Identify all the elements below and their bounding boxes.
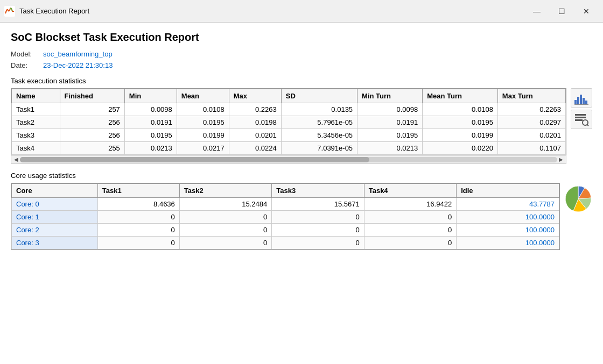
- table-cell: Task2: [12, 116, 60, 129]
- table-row: Core: 30000100.0000: [12, 237, 559, 249]
- task-table-scrollbar[interactable]: ◀ ▶: [11, 155, 566, 164]
- table-cell: 43.7787: [457, 198, 559, 211]
- table-cell: 0.2263: [229, 103, 281, 116]
- table-row: Core: 10000100.0000: [12, 211, 559, 224]
- table-cell: 0: [272, 237, 364, 249]
- table-cell: 100.0000: [457, 224, 559, 237]
- table-row: Core: 20000100.0000: [12, 224, 559, 237]
- table-row: Core: 08.463615.248415.567116.942243.778…: [12, 198, 559, 211]
- table-cell: 0.0297: [497, 116, 565, 129]
- table-cell: 0.0213: [357, 142, 423, 155]
- col-finished: Finished: [60, 89, 124, 103]
- table-row: Task12570.00980.01080.22630.01350.00980.…: [12, 103, 566, 116]
- svg-rect-5: [585, 101, 587, 104]
- minimize-button[interactable]: —: [524, 3, 549, 19]
- table-row: Task22560.01910.01950.01985.7961e-050.01…: [12, 116, 566, 129]
- col-task4: Task4: [364, 184, 456, 198]
- task-table-container: Name Finished Min Mean Max SD Min Turn M…: [11, 88, 566, 164]
- table-cell: 0: [179, 237, 271, 249]
- col-core: Core: [12, 184, 98, 198]
- table-cell: 15.5671: [272, 198, 364, 211]
- table-cell: 0.0195: [423, 116, 498, 129]
- svg-rect-4: [583, 98, 585, 104]
- table-cell: 0.0224: [229, 142, 281, 155]
- svg-rect-8: [575, 117, 586, 118]
- model-label: Model:: [11, 50, 43, 58]
- table-search-icon: [573, 112, 590, 127]
- table-cell: 5.7961e-05: [281, 116, 357, 129]
- table-row: Task32560.01950.01990.02015.3456e-050.01…: [12, 129, 566, 142]
- table-cell: 0: [97, 211, 179, 224]
- table-cell: 0: [364, 237, 456, 249]
- task-table: Name Finished Min Mean Max SD Min Turn M…: [11, 89, 566, 155]
- table-cell: 0.0195: [177, 116, 229, 129]
- table-cell: 0: [179, 211, 271, 224]
- table-cell: 0: [364, 224, 456, 237]
- col-task1: Task1: [97, 184, 179, 198]
- table-cell: 256: [60, 129, 124, 142]
- col-min-turn: Min Turn: [357, 89, 423, 103]
- table-cell: 7.0391e-05: [281, 142, 357, 155]
- maximize-button[interactable]: ☐: [549, 3, 574, 19]
- scrollbar-track: [20, 157, 557, 162]
- table-cell: 0.0199: [423, 129, 498, 142]
- table-cell: 0: [272, 224, 364, 237]
- col-idle: Idle: [457, 184, 559, 198]
- histogram-button[interactable]: [571, 88, 592, 108]
- col-max-turn: Max Turn: [497, 89, 565, 103]
- col-mean: Mean: [177, 89, 229, 103]
- svg-line-11: [587, 125, 589, 126]
- table-cell: 15.2484: [179, 198, 271, 211]
- table-cell: 0.0135: [281, 103, 357, 116]
- window-controls: — ☐ ✕: [524, 3, 599, 19]
- app-icon: [4, 6, 15, 17]
- date-row: Date: 23-Dec-2022 21:30:13: [11, 61, 592, 69]
- core-table-container: Core Task1 Task2 Task3 Task4 Idle Core: …: [11, 183, 560, 250]
- table-cell: 0: [97, 237, 179, 249]
- scrollbar-thumb: [20, 157, 369, 162]
- pie-chart-icon: [564, 185, 592, 213]
- table-cell: 0.0217: [177, 142, 229, 155]
- table-cell: 0.0098: [357, 103, 423, 116]
- core-table-scroll[interactable]: Core Task1 Task2 Task3 Task4 Idle Core: …: [11, 183, 560, 250]
- table-cell: Core: 0: [12, 198, 98, 211]
- col-max: Max: [229, 89, 281, 103]
- table-cell: 0: [364, 211, 456, 224]
- table-cell: 5.3456e-05: [281, 129, 357, 142]
- table-cell: 8.4636: [97, 198, 179, 211]
- scroll-left-arrow[interactable]: ◀: [12, 156, 20, 162]
- col-min: Min: [124, 89, 177, 103]
- table-search-button[interactable]: [571, 110, 592, 129]
- table-cell: 255: [60, 142, 124, 155]
- table-cell: 0.0098: [124, 103, 177, 116]
- core-section-title: Core usage statistics: [11, 172, 592, 180]
- svg-rect-7: [575, 114, 586, 116]
- svg-rect-9: [575, 119, 583, 121]
- table-cell: 256: [60, 116, 124, 129]
- col-sd: SD: [281, 89, 357, 103]
- model-row: Model: soc_beamforming_top: [11, 50, 592, 58]
- table-cell: Task3: [12, 129, 60, 142]
- table-cell: Task4: [12, 142, 60, 155]
- title-bar: Task Execution Report — ☐ ✕: [0, 0, 603, 23]
- table-cell: 0: [272, 211, 364, 224]
- svg-rect-1: [574, 100, 577, 104]
- table-row: Task42550.02130.02170.02247.0391e-050.02…: [12, 142, 566, 155]
- table-cell: Task1: [12, 103, 60, 116]
- date-value: 23-Dec-2022 21:30:13: [43, 61, 113, 69]
- task-table-wrapper: Name Finished Min Mean Max SD Min Turn M…: [11, 88, 592, 164]
- core-table: Core Task1 Task2 Task3 Task4 Idle Core: …: [11, 183, 559, 249]
- table-cell: 100.0000: [457, 237, 559, 249]
- col-name: Name: [12, 89, 60, 103]
- table-cell: 0.0191: [357, 116, 423, 129]
- task-table-scroll[interactable]: Name Finished Min Mean Max SD Min Turn M…: [11, 88, 566, 155]
- task-section-title: Task execution statistics: [11, 77, 592, 85]
- table-cell: 0.0108: [423, 103, 498, 116]
- table-cell: 0.1107: [497, 142, 565, 155]
- table-cell: 0.0191: [124, 116, 177, 129]
- close-button[interactable]: ✕: [574, 3, 599, 19]
- table-cell: Core: 2: [12, 224, 98, 237]
- scroll-right-arrow[interactable]: ▶: [557, 156, 565, 162]
- table-cell: 0.0108: [177, 103, 229, 116]
- table-cell: 0.0198: [229, 116, 281, 129]
